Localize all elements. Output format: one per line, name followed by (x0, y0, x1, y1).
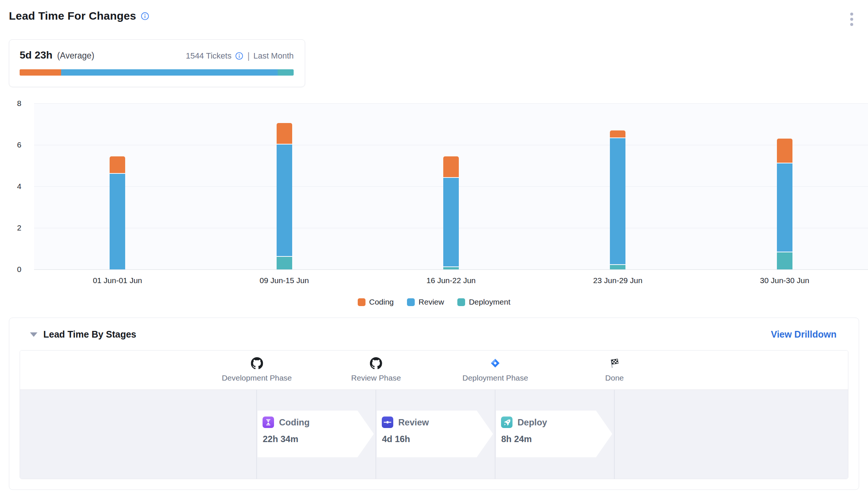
phase-review-phase: Review Phase (351, 356, 401, 382)
bar-segment-coding[interactable] (610, 130, 625, 138)
stacked-bar (777, 139, 792, 269)
stage-body-row: Coding22h 34mReview4d 16hDeploy8h 24m (20, 390, 848, 479)
column-divider (614, 390, 615, 479)
github-icon (222, 356, 292, 370)
bar-slot-4 (534, 103, 701, 269)
y-tick-label: 4 (17, 182, 30, 191)
bar-segment-review[interactable] (443, 178, 459, 266)
bar-segment-deployment[interactable] (443, 267, 459, 269)
x-axis-labels: 01 Jun-01 Jun09 Jun-15 Jun16 Jun-22 Jun2… (34, 276, 868, 285)
average-value: 5d 23h (20, 49, 53, 61)
bar-segment-deployment[interactable] (277, 257, 292, 269)
bar-segment-deployment[interactable] (610, 265, 625, 269)
lead-time-chart: 02468 01 Jun-01 Jun09 Jun-15 Jun16 Jun-2… (9, 103, 859, 306)
period-label: Last Month (253, 51, 294, 61)
rocket-icon (501, 417, 513, 428)
x-tick-label: 09 Jun-15 Jun (201, 276, 367, 285)
bar-slot-1 (34, 103, 201, 269)
bar-slot-3 (368, 103, 534, 269)
phase-label: Done (605, 374, 624, 382)
distribution-segment-review (61, 69, 278, 76)
column-divider (375, 390, 376, 479)
plot-area: 02468 (34, 103, 868, 269)
lead-time-by-stages-panel: Lead Time By Stages View Drilldown Devel… (9, 318, 859, 490)
y-tick-label: 6 (17, 140, 30, 149)
phase-label: Review Phase (351, 374, 401, 382)
stage-flow-table: Development PhaseReview PhaseDeployment … (20, 350, 848, 479)
bar-segment-coding[interactable] (777, 139, 792, 162)
x-tick-label: 16 Jun-22 Jun (368, 276, 534, 285)
column-divider (256, 390, 257, 479)
stacked-bar (610, 130, 625, 269)
bar-segment-review[interactable] (610, 138, 625, 264)
commit-icon (382, 417, 393, 428)
chart-legend: CodingReviewDeployment (9, 298, 859, 306)
hourglass-icon (263, 417, 274, 428)
stage-duration: 22h 34m (263, 434, 374, 444)
x-tick-label: 01 Jun-01 Jun (34, 276, 201, 285)
separator: | (247, 51, 250, 61)
stage-duration: 4d 16h (382, 434, 493, 444)
stage-duration: 8h 24m (501, 434, 612, 444)
average-suffix: (Average) (57, 51, 94, 60)
phase-deployment-phase: Deployment Phase (463, 356, 528, 382)
legend-label: Review (418, 298, 444, 306)
y-tick-label: 8 (17, 99, 30, 108)
stage-label: Coding (279, 417, 310, 428)
legend-swatch (407, 298, 415, 306)
legend-swatch (457, 298, 465, 306)
x-tick-label: 23 Jun-29 Jun (534, 276, 701, 285)
bar-segment-review[interactable] (777, 163, 792, 252)
kebab-menu-icon[interactable] (844, 7, 859, 31)
info-icon[interactable] (235, 52, 244, 60)
distribution-bar (20, 69, 294, 76)
stage-card-deploy[interactable]: Deploy8h 24m (496, 411, 612, 457)
gridline-y0 (34, 269, 868, 270)
bar-slot-2 (201, 103, 367, 269)
bar-slot-5 (701, 103, 868, 269)
distribution-segment-deployment (278, 69, 294, 76)
widget-header: Lead Time For Changes (9, 7, 859, 31)
bar-segment-review[interactable] (277, 145, 292, 256)
tickets-count: 1544 Tickets (186, 51, 232, 61)
stage-card-review[interactable]: Review4d 16h (377, 411, 493, 457)
legend-item-review[interactable]: Review (407, 298, 444, 306)
stage-card-coding[interactable]: Coding22h 34m (257, 411, 374, 457)
view-drilldown-link[interactable]: View Drilldown (771, 329, 837, 340)
phase-label: Development Phase (222, 374, 292, 382)
legend-label: Coding (369, 298, 394, 306)
checkered-flag-icon (605, 356, 624, 370)
stage-label: Review (398, 417, 429, 428)
caret-down-icon[interactable] (30, 332, 37, 337)
stages-panel-title: Lead Time By Stages (43, 329, 136, 340)
legend-item-deployment[interactable]: Deployment (457, 298, 510, 306)
legend-swatch (358, 298, 365, 306)
y-tick-label: 0 (17, 265, 30, 274)
bar-segment-review[interactable] (110, 174, 125, 269)
lead-time-widget: Lead Time For Changes 5d 23h (Average) 1… (0, 0, 868, 501)
legend-label: Deployment (469, 298, 510, 306)
phase-done: Done (605, 356, 624, 382)
stacked-bar (443, 156, 459, 269)
github-icon (351, 356, 401, 370)
distribution-segment-coding (20, 69, 61, 76)
stacked-bar (110, 156, 125, 269)
bar-segment-coding[interactable] (110, 156, 125, 173)
column-divider (495, 390, 495, 479)
average-lead-time: 5d 23h (Average) (20, 49, 94, 61)
y-tick-label: 2 (17, 223, 30, 232)
jira-icon (463, 356, 528, 370)
stacked-bar (277, 123, 292, 269)
bar-segment-deployment[interactable] (777, 252, 792, 269)
phase-label: Deployment Phase (463, 374, 528, 382)
page-title: Lead Time For Changes (9, 10, 136, 22)
phase-header-row: Development PhaseReview PhaseDeployment … (20, 351, 848, 390)
bars-row (34, 103, 868, 269)
info-icon[interactable] (141, 12, 149, 20)
x-tick-label: 30 Jun-30 Jun (701, 276, 868, 285)
legend-item-coding[interactable]: Coding (358, 298, 394, 306)
summary-card: 5d 23h (Average) 1544 Tickets | Last Mon… (9, 39, 305, 87)
stage-label: Deploy (517, 417, 547, 428)
bar-segment-coding[interactable] (443, 156, 459, 177)
bar-segment-coding[interactable] (277, 123, 292, 144)
